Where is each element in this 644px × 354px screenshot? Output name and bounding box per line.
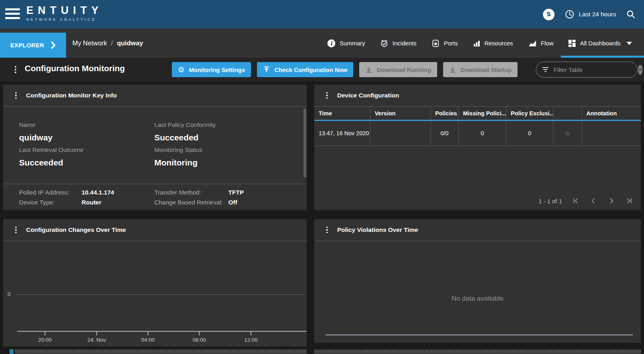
tab-all-dashboards[interactable]: All Dashboards [561, 29, 644, 58]
field-last-policy-conformity: Last Policy Conformity Succeeded [154, 121, 216, 142]
button-label: Download Running [377, 66, 431, 73]
tab-resources[interactable]: Resources [465, 29, 521, 58]
detail-label: Device Type: [19, 199, 82, 206]
app-logo: ENTUITY NETWORK ANALYTICS [26, 4, 103, 21]
hamburger-menu-icon[interactable] [5, 8, 20, 19]
star-icon[interactable]: ★ [563, 128, 572, 138]
tab-label: Ports [444, 40, 458, 47]
filter-table-field[interactable]: ✕ [536, 62, 638, 78]
logo-subtitle: NETWORK ANALYTICS [26, 18, 103, 21]
navbar: EXPLORER My Network / quidway i Summary … [0, 29, 644, 58]
page-toolbar: Configuration Monitoring ⚙ Monitoring Se… [0, 58, 644, 82]
first-page-icon[interactable] [571, 196, 580, 205]
clipped-next-row [0, 349, 644, 354]
alarm-check-icon [380, 39, 388, 47]
column-header-favorite[interactable] [553, 107, 582, 120]
detail-value: 12:33, 19 Nov 2020 [82, 209, 154, 210]
breadcrumb-parent[interactable]: My Network [72, 39, 107, 47]
chevron-right-icon [51, 41, 56, 49]
clipped-panel-edge [314, 349, 641, 354]
panel-title: Device Configuration [337, 92, 399, 99]
panel-kebab-menu-icon[interactable] [325, 91, 329, 101]
bar-chart-icon [473, 40, 480, 47]
page-title: Configuration Monitoring [25, 64, 125, 73]
swap-glyph: ⇅ [546, 11, 551, 18]
pagination-summary: 1 - 1 of 1 [539, 198, 562, 204]
app-header: ENTUITY NETWORK ANALYTICS ⇅ Last 24 hour… [0, 0, 644, 29]
detail-label: Polled IP Address: [19, 189, 82, 196]
column-header-missing-policies[interactable]: Missing Polici... [458, 107, 506, 120]
search-icon[interactable] [626, 10, 635, 19]
field-label: Last Policy Conformity [154, 121, 216, 128]
breadcrumb-current: quidway [117, 39, 143, 47]
ports-icon [432, 39, 440, 47]
cell-version [370, 121, 430, 146]
tab-label: Summary [340, 40, 365, 47]
time-range-label: Last 24 hours [579, 11, 616, 18]
next-page-icon[interactable] [607, 196, 616, 205]
breadcrumb-separator: / [111, 39, 113, 47]
upload-icon [263, 66, 270, 73]
download-startup-button[interactable]: Download Startup [443, 62, 518, 77]
panel-title: Configuration Monitor Key Info [26, 92, 117, 99]
field-last-retrieval-outcome: Last Retrieval Outcome Succeeded [19, 146, 84, 167]
field-value: Succeeded [19, 158, 84, 167]
tab-incidents[interactable]: Incidents [373, 29, 424, 58]
download-running-button[interactable]: Download Running [359, 62, 437, 77]
column-header-version[interactable]: Version [370, 107, 430, 120]
filter-icon [542, 67, 549, 72]
config-monitor-key-info-panel: Configuration Monitor Key Info Name quid… [3, 85, 307, 210]
flow-chart-icon [528, 40, 537, 47]
page-kebab-menu-icon[interactable] [13, 64, 18, 75]
time-range-picker[interactable]: Last 24 hours [565, 10, 616, 19]
table-row[interactable]: 13:47, 16 Nov 2020 0/0 0 0 ★ [314, 121, 641, 146]
table-header-row: Time Version Policies Missing Polici... … [314, 107, 641, 121]
last-page-icon[interactable] [625, 196, 634, 205]
explorer-button[interactable]: EXPLORER [0, 33, 66, 58]
x-axis-tick [199, 332, 200, 335]
check-configuration-now-button[interactable]: Check Configuration Now [257, 62, 353, 77]
field-label: Name [19, 121, 53, 128]
column-header-annotation[interactable]: Annotation [582, 107, 641, 120]
tab-label: Incidents [393, 40, 416, 47]
column-header-policy-exclusions[interactable]: Policy Exclusi... [506, 107, 553, 120]
panel-kebab-menu-icon[interactable] [325, 225, 329, 235]
detail-value: 10.44.1.174 [82, 189, 154, 196]
column-header-policies[interactable]: Policies [430, 107, 458, 120]
monitoring-settings-button[interactable]: ⚙ Monitoring Settings [172, 62, 251, 77]
x-axis-label: 20:00 [27, 337, 63, 343]
column-header-time[interactable]: Time [314, 107, 370, 120]
swap-direction-icon[interactable]: ⇅ [543, 9, 555, 20]
filter-table-input[interactable] [553, 66, 634, 74]
table-pagination: 1 - 1 of 1 [539, 196, 634, 205]
panel-scrollbar[interactable] [304, 109, 306, 177]
previous-page-icon[interactable] [589, 196, 598, 205]
detail-label: Policy Rules: [154, 209, 228, 210]
field-label: Last Retrieval Outcome [19, 146, 84, 154]
detail-value: Router [82, 199, 154, 206]
clock-icon [565, 10, 574, 19]
panel-kebab-menu-icon[interactable] [14, 91, 18, 101]
x-axis-tick [251, 332, 251, 335]
button-label: Download Startup [461, 66, 512, 73]
breadcrumb: My Network / quidway [72, 29, 143, 58]
tab-ports[interactable]: Ports [424, 29, 465, 58]
field-monitoring-status: Monitoring Status Monitoring [154, 146, 202, 167]
field-name: Name quidway [19, 121, 53, 142]
clear-filter-icon[interactable]: ✕ [638, 65, 642, 75]
tab-summary[interactable]: i Summary [320, 29, 373, 58]
nav-tabs: i Summary Incidents Ports Resources Fl [320, 29, 644, 58]
chevron-down-icon [626, 42, 632, 45]
x-axis-label: 24. Nov [79, 337, 115, 343]
x-axis-tick [148, 332, 148, 335]
panel-title: Configuration Changes Over Time [26, 226, 126, 233]
button-label: Monitoring Settings [189, 66, 245, 73]
tab-label: Flow [541, 40, 554, 47]
x-axis-line [17, 331, 307, 332]
tab-flow[interactable]: Flow [521, 29, 561, 58]
download-icon [449, 66, 456, 73]
panel-kebab-menu-icon[interactable] [14, 225, 18, 235]
gear-icon: ⚙ [178, 66, 185, 74]
field-value: Monitoring [154, 158, 202, 167]
dashboards-grid-icon [568, 40, 576, 47]
